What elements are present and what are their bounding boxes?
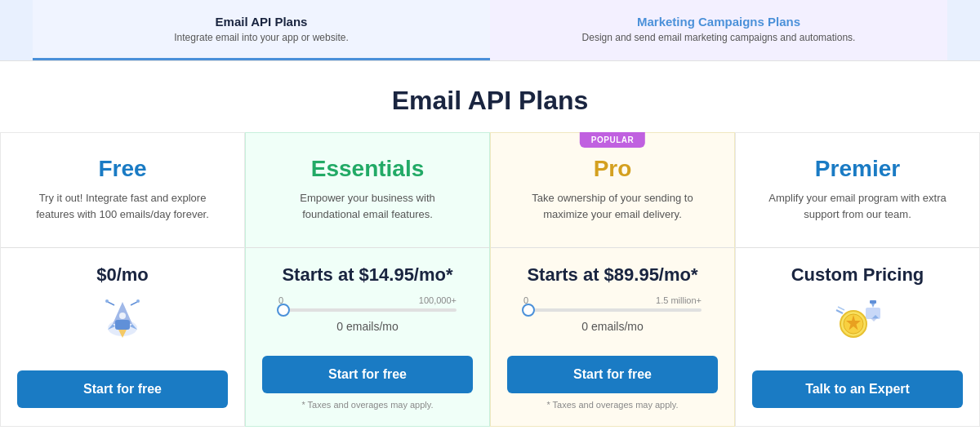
svg-rect-13	[870, 300, 876, 304]
plan-premier-illustration	[825, 295, 890, 344]
plan-free-header: Free Try it out! Integrate fast and expl…	[1, 133, 244, 247]
plan-card-premier: Premier Amplify your email program with …	[735, 132, 980, 427]
svg-marker-20	[871, 318, 877, 321]
tab-marketing-subtitle: Design and send email marketing campaign…	[510, 32, 928, 43]
plan-essentials-tax: * Taxes and overages may apply.	[301, 400, 433, 410]
plan-essentials-slider-labels: 0 100,000+	[278, 295, 457, 305]
plan-pro-emails: 0 emails/mo	[507, 320, 718, 333]
plan-premier-name: Premier	[815, 156, 900, 182]
plan-free-price: $0/mo	[17, 264, 228, 286]
plan-pro-slider-container: 0 1.5 million+	[507, 295, 718, 312]
slider-essentials-track	[278, 308, 457, 312]
plan-free-cta[interactable]: Start for free	[17, 370, 228, 408]
plan-card-essentials: Essentials Empower your business with fo…	[245, 132, 490, 427]
plan-essentials-slider-container: 0 100,000+	[262, 295, 473, 312]
plan-card-pro: POPULAR Pro Take ownership of your sendi…	[490, 132, 735, 427]
page-title: Email API Plans	[16, 86, 964, 116]
svg-point-10	[136, 299, 140, 303]
slider-pro-max: 1.5 million+	[656, 295, 702, 305]
plan-pro-slider-labels: 0 1.5 million+	[523, 295, 702, 305]
plan-essentials-desc: Empower your business with foundational …	[278, 190, 457, 222]
svg-line-7	[108, 302, 114, 305]
plan-pro-header: Pro Take ownership of your sending to ma…	[491, 133, 734, 247]
left-decoration	[0, 0, 33, 60]
plan-premier-header: Premier Amplify your email program with …	[736, 133, 979, 247]
slider-pro-track	[523, 308, 702, 312]
plan-free-name: Free	[98, 156, 146, 182]
plan-pro-pricing: Starts at $89.95/mo* 0 1.5 million+ 0 em…	[491, 248, 734, 344]
svg-point-5	[119, 313, 126, 319]
plan-essentials-header: Essentials Empower your business with fo…	[246, 133, 489, 247]
slider-essentials-thumb[interactable]	[277, 304, 290, 317]
plan-essentials-emails: 0 emails/mo	[262, 320, 473, 333]
svg-point-8	[105, 299, 109, 303]
tab-email-api[interactable]: Email API Plans Integrate email into you…	[33, 0, 490, 60]
slider-essentials-max: 100,000+	[419, 295, 457, 305]
rocket-icon	[90, 295, 155, 344]
plan-premier-pricing: Custom Pricing	[736, 248, 979, 359]
popular-badge: POPULAR	[580, 132, 645, 148]
page-title-section: Email API Plans	[0, 61, 980, 132]
plan-pro-cta[interactable]: Start for free	[507, 356, 718, 393]
tab-header: Email API Plans Integrate email into you…	[0, 0, 980, 61]
medal-icon	[825, 295, 890, 344]
tab-email-api-subtitle: Integrate email into your app or website…	[52, 32, 470, 43]
svg-rect-11	[866, 308, 880, 319]
plan-pro-desc: Take ownership of your sending to maximi…	[523, 190, 702, 222]
plan-free-desc: Try it out! Integrate fast and explore f…	[33, 190, 212, 222]
plan-essentials-name: Essentials	[311, 156, 425, 182]
tab-marketing-title: Marketing Campaigns Plans	[510, 15, 928, 29]
plan-premier-desc: Amplify your email program with extra su…	[768, 190, 947, 222]
plan-pro-tax: * Taxes and overages may apply.	[546, 400, 678, 410]
plan-essentials-cta[interactable]: Start for free	[262, 356, 473, 393]
svg-rect-2	[115, 320, 130, 330]
plan-free-illustration	[90, 295, 155, 344]
svg-line-18	[838, 307, 844, 310]
plan-free-pricing: $0/mo	[1, 248, 244, 359]
plan-premier-cta[interactable]: Talk to an Expert	[752, 370, 963, 408]
plan-pro-price: Starts at $89.95/mo*	[507, 264, 718, 286]
plans-grid: Free Try it out! Integrate fast and expl…	[0, 132, 980, 439]
plan-card-free: Free Try it out! Integrate fast and expl…	[0, 132, 245, 427]
svg-line-17	[836, 310, 843, 313]
right-decoration	[947, 0, 980, 60]
plan-essentials-pricing: Starts at $14.95/mo* 0 100,000+ 0 emails…	[246, 248, 489, 344]
svg-line-9	[131, 302, 137, 305]
slider-pro-thumb[interactable]	[522, 304, 535, 317]
tab-marketing[interactable]: Marketing Campaigns Plans Design and sen…	[490, 0, 947, 60]
tab-email-api-title: Email API Plans	[52, 15, 470, 29]
plan-premier-price: Custom Pricing	[752, 264, 963, 286]
plan-pro-name: Pro	[594, 156, 632, 182]
plan-essentials-price: Starts at $14.95/mo*	[262, 264, 473, 286]
